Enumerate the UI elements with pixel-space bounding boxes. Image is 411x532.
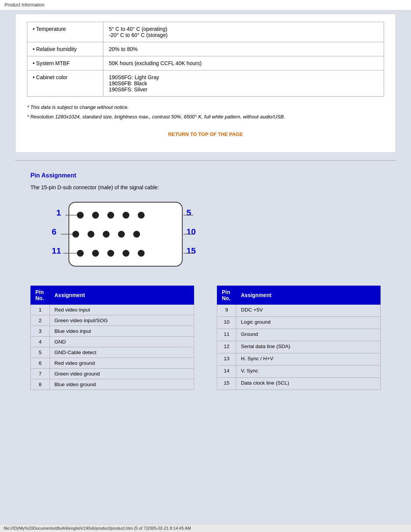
spec-row: • Temperature5° C to 40° C (operating)-2… xyxy=(27,22,384,42)
pin-dot-4 xyxy=(123,212,129,219)
pin-dot-6 xyxy=(72,231,79,238)
pin-dot-9 xyxy=(118,231,125,238)
pin-assignment: Serial data line (SDA) xyxy=(236,341,381,353)
pin-assignment: GND-Cable detect xyxy=(50,347,194,358)
pin-assignment: H. Sync / H+V xyxy=(236,353,381,366)
spec-value: 50K hours (excluding CCFL 40K hours) xyxy=(104,56,384,70)
section-divider xyxy=(15,160,396,161)
pin-row: 15Data clock line (SCL) xyxy=(217,378,381,390)
pin-dot-1 xyxy=(77,212,84,219)
spec-value: 190S6FG: Light Gray190S6FB: Black190S6FS… xyxy=(104,70,384,97)
pin-dot-11 xyxy=(77,250,84,257)
spec-property: • System MTBF xyxy=(27,56,104,70)
pin-assignment: DDC +5V xyxy=(236,305,381,317)
pin-row: 7Green video ground xyxy=(31,369,194,379)
top-bar: Product Information xyxy=(0,0,411,10)
spec-value: 5° C to 40° C (operating)-20° C to 60° C… xyxy=(104,22,384,42)
left-pin-table: PinNo. Assignment 1Red video input2Green… xyxy=(30,286,194,390)
pin-number: 3 xyxy=(31,326,50,337)
pin-tables-wrapper: PinNo. Assignment 1Red video input2Green… xyxy=(30,286,381,390)
pin-dot-7 xyxy=(88,231,94,238)
pin-row: 2Green video input/SOG xyxy=(31,315,194,326)
pin-dot-8 xyxy=(103,231,110,238)
pin-dot-13 xyxy=(107,250,114,257)
pin-assignment: Blue video ground xyxy=(50,379,194,390)
connector-diagram: 1 5 6 10 11 15 xyxy=(46,198,209,274)
pin-number: 9 xyxy=(217,305,236,317)
spec-property: • Temperature xyxy=(27,22,104,42)
pin-row: 6Red video ground xyxy=(31,358,194,369)
pin-assignment: Green video ground xyxy=(50,369,194,379)
pin-assignment: Red video ground xyxy=(50,358,194,369)
pin-assignment: Blue video input xyxy=(50,326,194,337)
pin-dot-10 xyxy=(133,231,140,238)
pins-row-2 xyxy=(72,231,140,238)
pin-row: 5GND-Cable detect xyxy=(31,347,194,358)
pin-number: 14 xyxy=(217,366,236,378)
pin-number: 5 xyxy=(31,347,50,358)
spec-value: 20% to 80% xyxy=(104,42,384,56)
pin-assignment: V. Sync xyxy=(236,366,381,378)
right-table-header-pin: PinNo. xyxy=(217,286,236,305)
pin-row: 3Blue video input xyxy=(31,326,194,337)
status-text: file:///D|/My%20Documents/dfu/A9/english… xyxy=(4,526,191,530)
right-table-header-assignment: Assignment xyxy=(236,286,381,305)
pin-assignment: Logic ground xyxy=(236,317,381,329)
left-table-header-assignment: Assignment xyxy=(50,286,194,305)
pin-number: 6 xyxy=(31,358,50,369)
pin-number: 12 xyxy=(217,341,236,353)
note2: * Resolution 1280x1024, standard size, b… xyxy=(27,114,384,120)
pin-number: 8 xyxy=(31,379,50,390)
spec-row: • Cabinet color190S6FG: Light Gray190S6F… xyxy=(27,70,384,97)
pin-dot-12 xyxy=(92,250,99,257)
pin-assignment: Green video input/SOG xyxy=(50,315,194,326)
pin-row: 4GND xyxy=(31,337,194,347)
pin-number: 1 xyxy=(31,305,50,315)
pin-number: 15 xyxy=(217,378,236,390)
return-link[interactable]: RETURN TO TOP OF THE PAGE xyxy=(168,131,243,137)
spec-row: • System MTBF50K hours (excluding CCFL 4… xyxy=(27,56,384,70)
pin-row: 12Serial data line (SDA) xyxy=(217,341,381,353)
pin-row: 9DDC +5V xyxy=(217,305,381,317)
pins-row-3 xyxy=(77,250,145,257)
pin-row: 13H. Sync / H+V xyxy=(217,353,381,366)
spec-row: • Relative humidity20% to 80% xyxy=(27,42,384,56)
spec-property: • Cabinet color xyxy=(27,70,104,97)
pin-number: 10 xyxy=(217,317,236,329)
pins-row-1 xyxy=(77,212,145,219)
topbar-label: Product Information xyxy=(5,2,45,8)
pin-label-10: 10 xyxy=(186,227,196,237)
pin-row: 8Blue video ground xyxy=(31,379,194,390)
pin-dot-3 xyxy=(107,212,114,219)
return-link-container[interactable]: RETURN TO TOP OF THE PAGE xyxy=(27,131,384,137)
pin-label-5: 5 xyxy=(186,208,191,218)
pin-assignment: Ground xyxy=(236,329,381,341)
pin-row: 14V. Sync xyxy=(217,366,381,378)
pin-dot-5 xyxy=(138,212,145,219)
table-gap xyxy=(202,286,209,390)
pin-label-1: 1 xyxy=(56,208,61,218)
pin-dot-14 xyxy=(123,250,129,257)
pin-row: 10Logic ground xyxy=(217,317,381,329)
note1: * This data is subject to change without… xyxy=(27,104,384,110)
spec-property: • Relative humidity xyxy=(27,42,104,56)
pin-section: Pin Assignment The 15-pin D-sub connecto… xyxy=(15,168,396,401)
pin-assignment: Data clock line (SCL) xyxy=(236,378,381,390)
pin-number: 13 xyxy=(217,353,236,366)
pin-label-11: 11 xyxy=(52,246,61,256)
pin-label-15: 15 xyxy=(186,246,196,256)
right-pin-table: PinNo. Assignment 9DDC +5V10Logic ground… xyxy=(217,286,381,390)
specs-box: • Temperature5° C to 40° C (operating)-2… xyxy=(15,14,396,153)
status-bar: file:///D|/My%20Documents/dfu/A9/english… xyxy=(0,524,411,532)
pin-dot-2 xyxy=(92,212,99,219)
left-table-header-pin: PinNo. xyxy=(31,286,50,305)
pin-number: 11 xyxy=(217,329,236,341)
pin-number: 7 xyxy=(31,369,50,379)
pin-row: 11Ground xyxy=(217,329,381,341)
pin-row: 1Red video input xyxy=(31,305,194,315)
pin-number: 2 xyxy=(31,315,50,326)
pin-label-6: 6 xyxy=(52,227,56,237)
pin-assignment: Red video input xyxy=(50,305,194,315)
pin-number: 4 xyxy=(31,337,50,347)
pin-dot-15 xyxy=(138,250,145,257)
